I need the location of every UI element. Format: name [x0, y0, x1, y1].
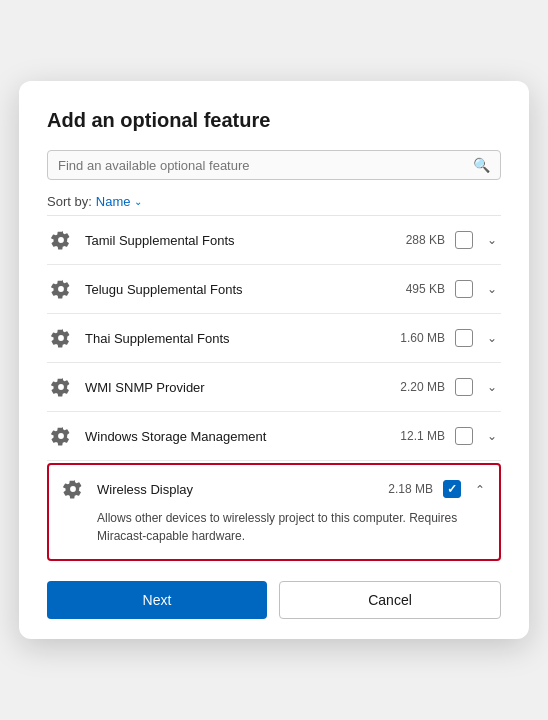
feature-size-wireless: 2.18 MB: [381, 482, 433, 496]
feature-item-telugu[interactable]: Telugu Supplemental Fonts 495 KB ⌄: [47, 265, 501, 314]
sort-chevron-icon[interactable]: ⌄: [134, 196, 142, 207]
feature-gear-icon-storage: [47, 422, 75, 450]
feature-expand-storage[interactable]: ⌄: [483, 429, 501, 443]
feature-gear-icon-tamil: [47, 226, 75, 254]
feature-size-telugu: 495 KB: [393, 282, 445, 296]
feature-name-tamil: Tamil Supplemental Fonts: [85, 233, 393, 248]
feature-expand-telugu[interactable]: ⌄: [483, 282, 501, 296]
feature-item-wmi[interactable]: WMI SNMP Provider 2.20 MB ⌄: [47, 363, 501, 412]
feature-expand-wmi[interactable]: ⌄: [483, 380, 501, 394]
feature-name-wmi: WMI SNMP Provider: [85, 380, 393, 395]
feature-item-wireless[interactable]: Wireless Display 2.18 MB ⌄ Allows other …: [47, 463, 501, 561]
feature-item-tamil[interactable]: Tamil Supplemental Fonts 288 KB ⌄: [47, 216, 501, 265]
next-button[interactable]: Next: [47, 581, 267, 619]
feature-size-thai: 1.60 MB: [393, 331, 445, 345]
feature-checkbox-wireless[interactable]: [443, 480, 461, 498]
feature-wireless-top: Wireless Display 2.18 MB ⌄: [59, 475, 489, 503]
search-input[interactable]: [58, 158, 473, 173]
feature-description-wireless: Allows other devices to wirelessly proje…: [59, 503, 489, 549]
feature-gear-icon-thai: [47, 324, 75, 352]
feature-expand-tamil[interactable]: ⌄: [483, 233, 501, 247]
feature-size-tamil: 288 KB: [393, 233, 445, 247]
feature-checkbox-tamil[interactable]: [455, 231, 473, 249]
feature-list: Tamil Supplemental Fonts 288 KB ⌄ Telugu…: [47, 215, 501, 561]
feature-item-thai[interactable]: Thai Supplemental Fonts 1.60 MB ⌄: [47, 314, 501, 363]
add-feature-dialog: Add an optional feature 🔍 Sort by: Name …: [19, 81, 529, 639]
feature-name-telugu: Telugu Supplemental Fonts: [85, 282, 393, 297]
feature-name-wireless: Wireless Display: [97, 482, 381, 497]
feature-expand-thai[interactable]: ⌄: [483, 331, 501, 345]
feature-checkbox-storage[interactable]: [455, 427, 473, 445]
feature-checkbox-thai[interactable]: [455, 329, 473, 347]
dialog-title: Add an optional feature: [47, 109, 501, 132]
feature-name-storage: Windows Storage Management: [85, 429, 393, 444]
sort-value[interactable]: Name: [96, 194, 131, 209]
dialog-footer: Next Cancel: [47, 581, 501, 619]
feature-checkbox-wmi[interactable]: [455, 378, 473, 396]
feature-gear-icon-telugu: [47, 275, 75, 303]
feature-gear-icon-wmi: [47, 373, 75, 401]
search-box[interactable]: 🔍: [47, 150, 501, 180]
feature-item-storage[interactable]: Windows Storage Management 12.1 MB ⌄: [47, 412, 501, 461]
sort-label: Sort by:: [47, 194, 92, 209]
cancel-button[interactable]: Cancel: [279, 581, 501, 619]
feature-checkbox-telugu[interactable]: [455, 280, 473, 298]
feature-name-thai: Thai Supplemental Fonts: [85, 331, 393, 346]
feature-collapse-wireless[interactable]: ⌄: [471, 482, 489, 496]
sort-row: Sort by: Name ⌄: [47, 194, 501, 209]
feature-size-wmi: 2.20 MB: [393, 380, 445, 394]
search-icon: 🔍: [473, 157, 490, 173]
feature-gear-icon-wireless: [59, 475, 87, 503]
feature-size-storage: 12.1 MB: [393, 429, 445, 443]
